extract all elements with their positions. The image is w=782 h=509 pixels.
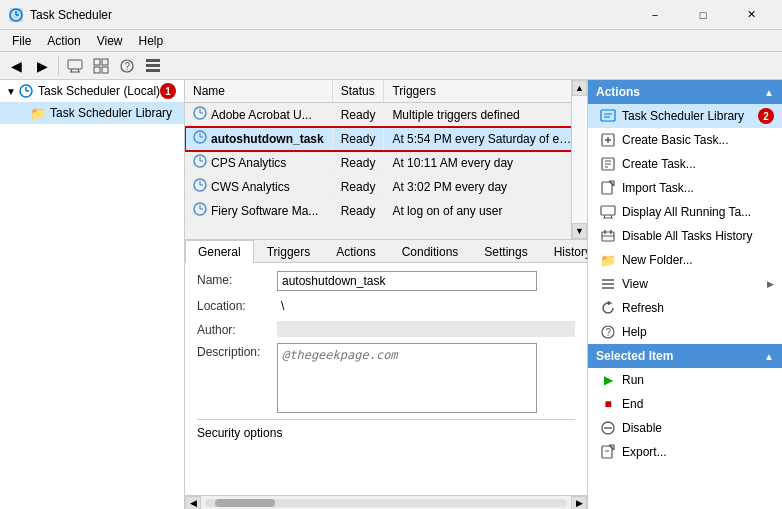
- right-action-end[interactable]: ■ End: [588, 392, 782, 416]
- table-row[interactable]: Fiery Software Ma... Ready At log on of …: [185, 199, 571, 223]
- toolbar-forward[interactable]: ▶: [30, 55, 54, 77]
- label-description: Description:: [197, 343, 277, 359]
- right-action-disable[interactable]: Disable: [588, 416, 782, 440]
- textarea-description[interactable]: [277, 343, 537, 413]
- value-author: [277, 321, 575, 337]
- library-folder-icon: 📁: [30, 105, 46, 121]
- tab-actions[interactable]: Actions: [323, 240, 388, 263]
- field-row-description: Description:: [197, 343, 575, 413]
- run-label: Run: [622, 373, 644, 387]
- field-row-author: Author:: [197, 321, 575, 337]
- table-row[interactable]: CPS Analytics Ready At 10:11 AM every da…: [185, 151, 571, 175]
- window-controls: − □ ✕: [632, 0, 774, 30]
- field-row-location: Location: \: [197, 297, 575, 315]
- table-row-selected[interactable]: autoshutdown_task Ready At 5:54 PM every…: [185, 127, 571, 151]
- selected-item-collapse-btn[interactable]: ▲: [764, 351, 774, 362]
- tab-general[interactable]: General: [185, 240, 254, 263]
- svg-rect-15: [146, 64, 160, 67]
- table-row[interactable]: CWS Analytics Ready At 3:02 PM every day: [185, 175, 571, 199]
- app-icon: [8, 7, 24, 23]
- left-panel: ▼ Task Scheduler (Local) 1 📁 Task Schedu…: [0, 80, 185, 509]
- right-panel: Actions ▲ Task Scheduler Library 2: [587, 80, 782, 509]
- right-action-library[interactable]: Task Scheduler Library 2: [588, 104, 782, 128]
- svg-rect-8: [94, 59, 100, 65]
- display-running-icon: [600, 204, 616, 220]
- right-action-view[interactable]: View: [588, 272, 782, 296]
- app-title: Task Scheduler: [30, 8, 632, 22]
- minimize-button[interactable]: −: [632, 0, 678, 30]
- horizontal-scrollbar[interactable]: ◀ ▶: [185, 495, 587, 509]
- row-name: Fiery Software Ma...: [185, 199, 332, 223]
- toolbar-help[interactable]: ?: [115, 55, 139, 77]
- disable-history-icon: [600, 228, 616, 244]
- toolbar-grid[interactable]: [89, 55, 113, 77]
- scroll-right[interactable]: ▶: [571, 496, 587, 510]
- security-options-label: Security options: [197, 426, 282, 440]
- menu-help[interactable]: Help: [131, 32, 172, 50]
- refresh-icon: [600, 300, 616, 316]
- scroll-up[interactable]: ▲: [572, 80, 587, 96]
- row-name: Adobe Acrobat U...: [185, 103, 332, 127]
- svg-rect-11: [102, 67, 108, 73]
- scroll-left[interactable]: ◀: [185, 496, 201, 510]
- right-action-refresh[interactable]: Refresh: [588, 296, 782, 320]
- right-action-create-basic[interactable]: Create Basic Task...: [588, 128, 782, 152]
- view-icon: [600, 276, 616, 292]
- export-label: Export...: [622, 445, 667, 459]
- import-label: Import Task...: [622, 181, 694, 195]
- tab-history[interactable]: History: [541, 240, 587, 263]
- security-options-section: Security options: [197, 419, 575, 440]
- tab-triggers[interactable]: Triggers: [254, 240, 324, 263]
- toolbar-settings[interactable]: [141, 55, 165, 77]
- export-icon: [600, 444, 616, 460]
- right-action-create-task[interactable]: Create Task...: [588, 152, 782, 176]
- menu-file[interactable]: File: [4, 32, 39, 50]
- tab-bar: General Triggers Actions Conditions Sett…: [185, 240, 587, 263]
- tab-settings[interactable]: Settings: [471, 240, 540, 263]
- svg-rect-35: [601, 110, 615, 121]
- svg-rect-14: [146, 59, 160, 62]
- svg-rect-45: [602, 182, 612, 194]
- display-running-label: Display All Running Ta...: [622, 205, 751, 219]
- create-task-label: Create Task...: [622, 157, 696, 171]
- menu-action[interactable]: Action: [39, 32, 88, 50]
- selected-item-section-header: Selected Item ▲: [588, 344, 782, 368]
- toolbar-computer[interactable]: [63, 55, 87, 77]
- tree-label-local: Task Scheduler (Local): [38, 84, 160, 98]
- input-name[interactable]: [277, 271, 537, 291]
- right-action-import[interactable]: Import Task...: [588, 176, 782, 200]
- svg-rect-62: [602, 446, 612, 458]
- table-row[interactable]: Adobe Acrobat U... Ready Multiple trigge…: [185, 103, 571, 127]
- scroll-thumb[interactable]: [215, 499, 275, 507]
- new-folder-icon: 📁: [600, 252, 616, 268]
- task-list: Name Status Triggers: [185, 80, 587, 240]
- row-clock-icon: [193, 106, 207, 123]
- toolbar: ◀ ▶ ?: [0, 52, 782, 80]
- svg-text:?: ?: [125, 61, 131, 72]
- end-stop-icon: ■: [600, 396, 616, 412]
- help-icon: ?: [600, 324, 616, 340]
- maximize-button[interactable]: □: [680, 0, 726, 30]
- menu-view[interactable]: View: [89, 32, 131, 50]
- svg-rect-47: [601, 206, 615, 215]
- right-action-help[interactable]: ? Help: [588, 320, 782, 344]
- actions-collapse-btn[interactable]: ▲: [764, 87, 774, 98]
- svg-rect-10: [94, 67, 100, 73]
- library-action-label: Task Scheduler Library: [622, 109, 744, 123]
- tab-conditions[interactable]: Conditions: [389, 240, 472, 263]
- toolbar-back[interactable]: ◀: [4, 55, 28, 77]
- right-action-run[interactable]: ▶ Run: [588, 368, 782, 392]
- scroll-down[interactable]: ▼: [572, 223, 587, 239]
- tree-item-library[interactable]: 📁 Task Scheduler Library: [0, 102, 184, 124]
- scroll-track: [205, 499, 567, 507]
- right-action-disable-history[interactable]: Disable All Tasks History: [588, 224, 782, 248]
- tree-item-local[interactable]: ▼ Task Scheduler (Local) 1: [0, 80, 184, 102]
- svg-rect-4: [68, 60, 82, 69]
- right-action-new-folder[interactable]: 📁 New Folder...: [588, 248, 782, 272]
- label-location: Location:: [197, 297, 277, 313]
- create-basic-icon: [600, 132, 616, 148]
- right-action-export[interactable]: Export...: [588, 440, 782, 464]
- right-action-display-running[interactable]: Display All Running Ta...: [588, 200, 782, 224]
- close-button[interactable]: ✕: [728, 0, 774, 30]
- badge-2: 2: [758, 108, 774, 124]
